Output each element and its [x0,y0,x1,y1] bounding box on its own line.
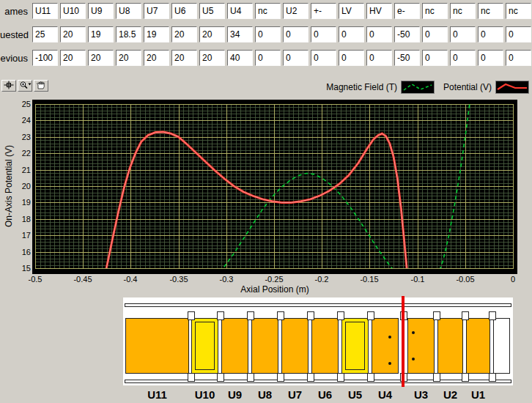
row-label-requested: uested [0,29,28,40]
mount-rod [125,380,511,383]
row-label-names: ames [0,6,28,17]
param-cell[interactable]: 0 [255,50,281,66]
electrode-u5 [341,318,369,374]
param-cell[interactable]: U9 [88,3,114,19]
rail-block [433,373,440,382]
param-cell[interactable]: U10 [60,3,86,19]
param-cell[interactable]: 20 [144,50,169,66]
param-cell[interactable]: e- [394,3,420,19]
param-cell[interactable]: nc [450,3,476,19]
x-tick-label: 0 [498,275,528,284]
screw-hole-dot [388,362,391,365]
param-cell[interactable]: 0 [506,50,531,66]
param-cell[interactable]: U8 [116,3,141,19]
param-cell[interactable]: 0 [283,26,309,42]
param-cell[interactable]: 20 [171,26,197,42]
mount-rod [125,303,511,307]
param-cell[interactable]: U7 [144,3,169,19]
param-cell[interactable]: nc [255,3,281,19]
param-cell[interactable]: 25 [32,26,58,42]
rail-block [277,311,284,320]
y-axis-title: On-Axis Potential (V) [4,104,14,268]
param-cell[interactable]: 0 [450,26,476,42]
param-cell[interactable]: 0 [311,50,336,66]
param-cell[interactable]: +- [311,3,336,19]
rail-block [247,311,254,320]
pan-tool-button[interactable] [34,80,48,92]
param-cell[interactable]: 0 [478,50,503,66]
screw-hole-dot [388,336,391,339]
param-cell[interactable]: 20 [88,50,114,66]
screw-hole-dot [412,358,415,361]
param-cell[interactable]: nc [478,3,503,19]
param-cell[interactable]: -100 [32,50,58,66]
electrode-u9 [221,318,248,374]
param-cell[interactable]: 20 [171,50,197,66]
rail-block [367,311,374,320]
param-cell[interactable]: U6 [171,3,197,19]
curve-core [104,132,408,268]
legend-swatch-magnetic[interactable] [401,81,435,94]
param-cell[interactable]: 0 [506,26,531,42]
param-cell[interactable]: 34 [227,26,253,42]
x-tick-label: -0.25 [259,275,289,284]
rail-block [247,373,254,382]
plot-area[interactable] [35,104,514,269]
rail-block [337,311,344,320]
param-cell[interactable]: 0 [339,26,364,42]
legend-label-magnetic: Magnetic Field (T) [326,82,397,92]
rail-block [433,311,440,320]
param-cell[interactable]: U4 [227,3,253,19]
x-tick-label: -0.35 [164,275,193,284]
x-tick-label: -0.4 [116,275,145,284]
param-cell[interactable]: 0 [450,50,476,66]
cursor-tool-button[interactable] [1,80,16,92]
param-cell[interactable]: 0 [311,26,336,42]
electrode-endcap [493,318,510,374]
param-cell[interactable]: 40 [227,50,253,66]
param-row-cells: -1002020202020204000000-500000 [32,50,532,66]
param-cell[interactable]: 0 [422,26,448,42]
param-cell[interactable]: 19 [88,26,114,42]
param-cell[interactable]: U11 [32,3,58,19]
param-cell[interactable]: HV [366,3,392,19]
param-cell[interactable]: nc [506,3,531,19]
electrode-u8 [251,318,278,374]
rail-block [462,311,469,320]
param-cell[interactable]: 0 [478,26,503,42]
x-tick-label: -0.5 [21,275,50,284]
rail-block [217,311,224,320]
param-cell[interactable]: 0 [283,50,309,66]
param-cell[interactable]: 20 [199,26,225,42]
param-cell[interactable]: 0 [366,50,392,66]
param-cell[interactable]: -50 [394,26,420,42]
param-cell[interactable]: U5 [199,3,225,19]
param-cell[interactable]: 0 [366,26,392,42]
param-cell[interactable]: 20 [116,50,141,66]
param-cell[interactable]: 0 [255,26,281,42]
electrode-inner-outline [195,322,215,370]
position-cursor-line [402,296,404,387]
param-cell[interactable]: U2 [283,3,309,19]
electrode-inner-outline [345,322,365,370]
rail-block [307,311,314,320]
param-cell[interactable]: LV [339,3,364,19]
param-cell[interactable]: 19 [144,26,169,42]
param-row-cells: U11U10U9U8U7U6U5U4ncU2+-LVHVe-ncncncnc [32,3,532,19]
x-tick-label: -0.05 [451,275,480,284]
param-cell[interactable]: -50 [394,50,420,66]
param-cell[interactable]: 0 [422,50,448,66]
param-cell[interactable]: nc [422,3,448,19]
param-cell[interactable]: 20 [60,26,86,42]
param-cell[interactable]: 18.5 [116,26,141,42]
param-cell[interactable]: 0 [339,50,364,66]
electrode-u4 [372,318,399,374]
legend-label-potential: Potential (V) [443,82,492,92]
param-cell[interactable]: 20 [60,50,86,66]
x-axis-title: Axial Position (m) [32,284,517,295]
zoom-tool-button[interactable] [18,80,32,92]
param-row-names: ames U11U10U9U8U7U6U5U4ncU2+-LVHVe-ncncn… [0,3,532,19]
param-cell[interactable]: 20 [199,50,225,66]
legend-swatch-potential[interactable] [495,81,529,94]
electrode-u3 [407,318,435,374]
